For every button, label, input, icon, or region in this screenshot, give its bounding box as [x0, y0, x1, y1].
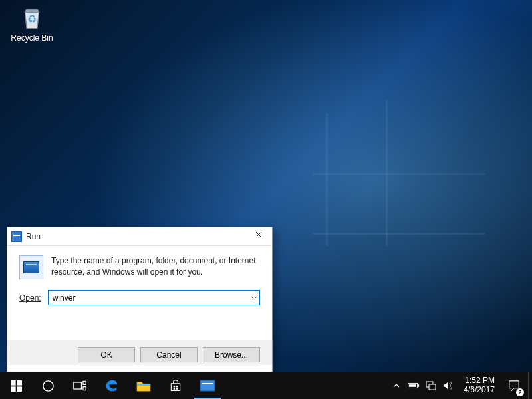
taskbar-file-explorer[interactable] — [128, 372, 160, 399]
store-icon — [169, 379, 182, 392]
cortana-button[interactable] — [32, 372, 64, 399]
ok-button[interactable]: OK — [78, 347, 135, 362]
notification-badge: 2 — [516, 388, 524, 396]
start-button[interactable] — [0, 372, 32, 399]
taskbar-clock[interactable]: 1:52 PM 4/6/2017 — [458, 372, 500, 399]
svg-rect-13 — [176, 388, 178, 390]
svg-rect-6 — [74, 382, 82, 389]
titlebar[interactable]: Run — [7, 227, 272, 246]
cortana-icon — [42, 380, 55, 392]
svg-rect-14 — [200, 380, 215, 391]
open-combobox[interactable] — [48, 290, 260, 305]
edge-icon — [104, 378, 119, 393]
taskbar-store[interactable] — [160, 372, 192, 399]
svg-rect-11 — [176, 386, 178, 388]
svg-rect-3 — [11, 386, 16, 392]
open-label: Open: — [19, 293, 41, 303]
tray-volume-icon[interactable] — [442, 372, 454, 399]
svg-rect-12 — [174, 388, 176, 390]
folder-icon — [136, 379, 151, 392]
task-view-icon — [73, 380, 86, 391]
svg-rect-9 — [137, 384, 150, 386]
svg-rect-20 — [429, 384, 436, 390]
recycle-bin-icon: ♻ — [18, 4, 46, 32]
taskbar: 1:52 PM 4/6/2017 2 — [0, 372, 532, 399]
svg-rect-4 — [17, 386, 22, 392]
svg-point-5 — [43, 380, 53, 390]
svg-rect-10 — [174, 386, 176, 388]
desktop-icon-label: Recycle Bin — [7, 33, 57, 43]
button-row: OK Cancel Browse... — [7, 340, 272, 365]
open-input[interactable] — [48, 290, 260, 305]
svg-rect-15 — [202, 383, 213, 384]
run-dialog: Run Type the name of a program, folder, … — [7, 227, 273, 372]
taskbar-run-app[interactable] — [192, 372, 223, 399]
run-dialog-icon — [19, 255, 43, 279]
instruction-text: Type the name of a program, folder, docu… — [51, 255, 260, 279]
svg-rect-17 — [418, 384, 420, 387]
svg-rect-1 — [11, 380, 16, 386]
run-title-icon — [11, 231, 22, 242]
svg-rect-7 — [83, 381, 86, 384]
system-tray — [386, 372, 458, 399]
tray-network-icon[interactable] — [425, 372, 437, 399]
windows-logo-icon — [11, 380, 22, 392]
clock-time: 1:52 PM — [464, 376, 495, 386]
close-button[interactable] — [245, 226, 272, 243]
window-title: Run — [26, 232, 245, 241]
svg-rect-2 — [17, 380, 22, 386]
desktop-icon-recycle-bin[interactable]: ♻ Recycle Bin — [7, 4, 57, 43]
dialog-body: Type the name of a program, folder, docu… — [7, 246, 272, 372]
tray-chevron-up[interactable] — [390, 372, 402, 399]
show-desktop-button[interactable] — [528, 372, 532, 399]
clock-date: 4/6/2017 — [464, 386, 495, 395]
taskbar-edge[interactable] — [96, 372, 128, 399]
svg-rect-18 — [409, 384, 416, 387]
action-center-button[interactable]: 2 — [500, 372, 528, 399]
run-app-icon — [200, 380, 215, 392]
svg-text:♻: ♻ — [27, 13, 37, 25]
close-icon — [255, 231, 262, 238]
svg-rect-8 — [83, 387, 86, 390]
browse-button[interactable]: Browse... — [203, 347, 260, 362]
cancel-button[interactable]: Cancel — [140, 347, 198, 362]
tray-battery-icon[interactable] — [408, 372, 420, 399]
task-view-button[interactable] — [64, 372, 96, 399]
